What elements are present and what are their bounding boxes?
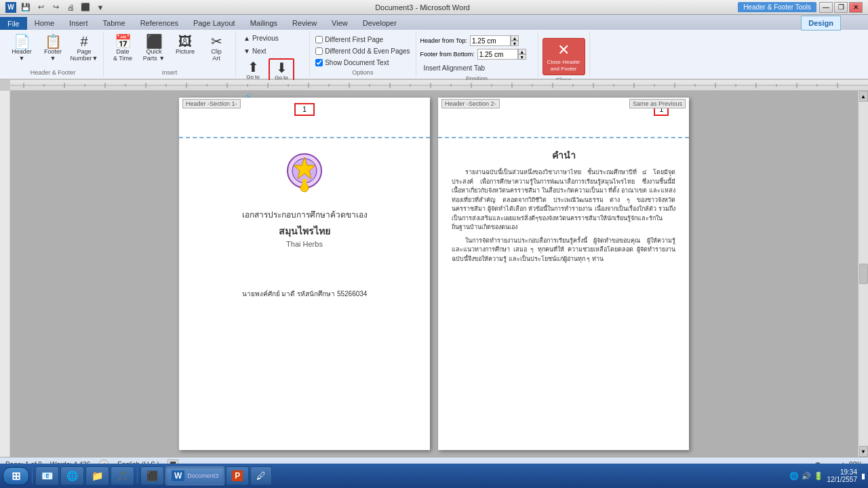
footer-bottom-down[interactable]: ▼ bbox=[518, 54, 526, 60]
group-label-options: Options bbox=[314, 68, 411, 76]
undo-btn[interactable]: ↩ bbox=[34, 1, 47, 14]
minimize-btn[interactable]: — bbox=[819, 2, 833, 13]
taskbar-outlook[interactable]: 📧 bbox=[35, 466, 59, 485]
doc-author: นายพงค์ศักย์ มาดี รหัสนักศึกษา 55266034 bbox=[193, 289, 416, 299]
tab-home[interactable]: Home bbox=[27, 16, 62, 30]
save-btn[interactable]: 💾 bbox=[19, 1, 33, 14]
tab-view[interactable]: View bbox=[324, 16, 355, 30]
btn-close-header-footer[interactable]: ✕ Close Headerand Footer bbox=[542, 38, 585, 75]
group-insert: 📅 Date & Time ⬛ Quick Parts ▼ 🖼 Picture … bbox=[104, 31, 236, 77]
tray-battery[interactable]: 🔋 bbox=[814, 472, 823, 481]
group-label-insert: Insert bbox=[108, 68, 231, 76]
pages-container: Header -Section 1- 1 เอกสารประกอบการศึ bbox=[10, 91, 858, 457]
footer-bottom-up[interactable]: ▲ bbox=[518, 49, 526, 54]
tab-review[interactable]: Review bbox=[285, 16, 324, 30]
tab-mailings[interactable]: Mailings bbox=[243, 16, 285, 30]
taskbar: ⊞ 📧 🌐 📁 🎵 ⬛ W Document3 P 🖊 🌐 🔊 🔋 19:34 … bbox=[0, 464, 868, 488]
header-from-top: Header from Top: ▲ ▼ bbox=[420, 35, 519, 46]
group-label-hf: Header & Footer bbox=[7, 68, 99, 76]
start-button[interactable]: ⊞ bbox=[3, 467, 29, 485]
btn-page-number[interactable]: # Page Number▼ bbox=[69, 33, 99, 64]
ribbon-content: 📄 Header ▼ 📋 Footer ▼ # Page Number▼ Hea… bbox=[0, 30, 868, 79]
btn-picture[interactable]: 🖼 Picture bbox=[170, 33, 200, 57]
checkbox-different-first[interactable] bbox=[315, 36, 323, 43]
checkbox-odd-even[interactable] bbox=[315, 47, 323, 55]
page1-body: เอกสารประกอบการศึกษาค้วดขาเอง สมุนไพรไทย… bbox=[179, 138, 430, 306]
check-different-first[interactable]: Different First Page bbox=[314, 35, 384, 44]
page-1: Header -Section 1- 1 เอกสารประกอบการศึ bbox=[179, 98, 430, 450]
scroll-down-btn[interactable]: ▼ bbox=[859, 446, 868, 457]
redo-btn[interactable]: ↪ bbox=[49, 1, 62, 14]
document-area: Header -Section 1- 1 เอกสารประกอบการศึ bbox=[0, 91, 868, 457]
tab-insert[interactable]: Insert bbox=[62, 16, 96, 30]
btn-date-time[interactable]: 📅 Date & Time bbox=[108, 33, 138, 64]
page-2: Header -Section 2- Same as Previous 1 คำ… bbox=[438, 98, 689, 450]
taskbar-unknown2[interactable]: 🖊 bbox=[250, 466, 272, 485]
word-icon: W bbox=[5, 2, 16, 13]
quick-access-toolbar: 💾 ↩ ↪ 🖨 ⬛ ▼ bbox=[19, 1, 107, 14]
page2-header: Header -Section 2- Same as Previous 1 bbox=[438, 98, 689, 138]
scroll-thumb[interactable] bbox=[859, 264, 868, 284]
svg-rect-46 bbox=[302, 179, 307, 188]
contextual-label: Header & Footer Tools bbox=[738, 2, 816, 12]
check-odd-even[interactable]: Different Odd & Even Pages bbox=[314, 47, 411, 56]
taskbar-unknown1[interactable]: ⬛ bbox=[140, 466, 164, 485]
tab-tabme[interactable]: Tabme bbox=[96, 16, 133, 30]
header-top-up[interactable]: ▲ bbox=[511, 35, 519, 41]
window-title: Document3 - Microsoft Word bbox=[107, 3, 738, 12]
left-ruler bbox=[0, 91, 10, 457]
ruler bbox=[10, 80, 868, 91]
tray-volume[interactable]: 🔊 bbox=[802, 472, 811, 481]
taskbar-sep2 bbox=[137, 468, 138, 484]
header-top-input[interactable] bbox=[470, 35, 511, 46]
taskbar-browser[interactable]: 🌐 bbox=[60, 466, 84, 485]
btn-next[interactable]: ▼ Next bbox=[240, 45, 305, 57]
taskbar-media[interactable]: 🎵 bbox=[111, 466, 134, 485]
vertical-scrollbar[interactable]: ▲ ▼ bbox=[858, 91, 868, 457]
btn-footer[interactable]: 📋 Footer ▼ bbox=[38, 33, 68, 64]
btn-header[interactable]: 📄 Header ▼ bbox=[7, 33, 37, 64]
check-show-doc-text[interactable]: Show Document Text bbox=[314, 58, 390, 67]
page2-body: คำนำ รายงานฉบับนี้เป็นส่วนหนึ่งของวิชาภา… bbox=[438, 138, 689, 270]
group-close: ✕ Close Headerand Footer Close bbox=[538, 31, 590, 77]
maximize-btn[interactable]: ❐ bbox=[834, 2, 848, 13]
page2-para1: รายงานฉบับนี้เป็นส่วนหนึ่งของวิชาภาษาไทย… bbox=[452, 168, 675, 232]
btn-previous[interactable]: ▲ Previous bbox=[240, 33, 305, 44]
tab-developer[interactable]: Developer bbox=[355, 16, 404, 30]
taskbar-powerpoint[interactable]: P bbox=[226, 466, 249, 485]
doc-title-en: Thai Herbs bbox=[193, 240, 416, 248]
thai-emblem bbox=[193, 150, 416, 203]
page1-section-label: Header -Section 1- bbox=[182, 99, 241, 108]
group-navigation: ▲ Previous ▼ Next ⬆ Go to Header ⬇ bbox=[236, 31, 310, 77]
tab-design[interactable]: Design bbox=[801, 16, 841, 30]
tray-show-desktop[interactable]: ▮ bbox=[861, 472, 865, 481]
group-options: Different First Page Different Odd & Eve… bbox=[310, 31, 416, 77]
page1-num-box: 1 bbox=[294, 103, 315, 116]
taskbar-sep1 bbox=[32, 468, 33, 484]
quick2-btn[interactable]: ⬛ bbox=[79, 1, 92, 14]
qat-dropdown[interactable]: ▼ bbox=[94, 1, 107, 14]
group-header-footer: 📄 Header ▼ 📋 Footer ▼ # Page Number▼ Hea… bbox=[3, 31, 104, 77]
btn-insert-alignment-tab[interactable]: Insert Alignment Tab bbox=[420, 62, 488, 74]
title-bar: W 💾 ↩ ↪ 🖨 ⬛ ▼ Document3 - Microsoft Word… bbox=[0, 0, 868, 15]
footer-bottom-input[interactable] bbox=[477, 49, 518, 60]
tray-network[interactable]: 🌐 bbox=[789, 472, 799, 481]
tab-references[interactable]: References bbox=[133, 16, 186, 30]
scroll-up-btn[interactable]: ▲ bbox=[859, 91, 868, 102]
btn-quick-parts[interactable]: ⬛ Quick Parts ▼ bbox=[139, 33, 169, 64]
taskbar-word[interactable]: W Document3 bbox=[165, 466, 224, 485]
checkbox-show-doc-text[interactable] bbox=[315, 59, 323, 66]
close-btn[interactable]: ✕ bbox=[849, 2, 863, 13]
page2-para2: ในการจัดทำรายงานประกอบสื่อการเรียนรู้ครั… bbox=[452, 237, 675, 264]
tab-file[interactable]: File bbox=[0, 17, 27, 30]
doc-title-main: เอกสารประกอบการศึกษาค้วดขาเอง bbox=[193, 208, 416, 221]
header-top-down[interactable]: ▼ bbox=[511, 41, 519, 46]
taskbar-explorer[interactable]: 📁 bbox=[85, 466, 109, 485]
system-tray: 🌐 🔊 🔋 19:34 12/1/2557 ▮ bbox=[789, 468, 866, 483]
tab-pagelayout[interactable]: Page Layout bbox=[186, 16, 243, 30]
page2-same-as-prev: Same as Previous bbox=[629, 99, 686, 108]
footer-from-bottom: Footer from Bottom: ▲ ▼ bbox=[420, 49, 526, 60]
btn-clip-art[interactable]: ✂ Clip Art bbox=[201, 33, 231, 64]
group-position: Header from Top: ▲ ▼ Footer from Bottom: bbox=[416, 31, 538, 77]
quick1-btn[interactable]: 🖨 bbox=[64, 1, 77, 14]
